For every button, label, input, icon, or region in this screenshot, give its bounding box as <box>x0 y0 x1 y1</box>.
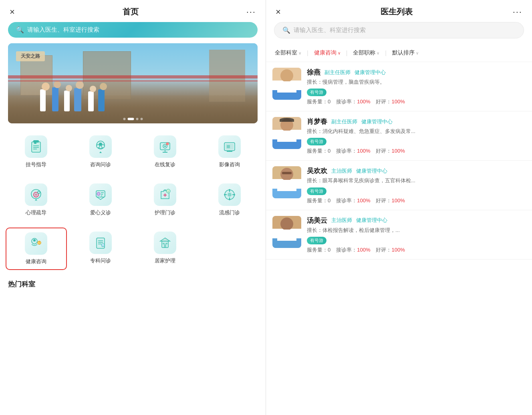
rate-val-tang: 100% <box>357 247 370 253</box>
left-more-button[interactable]: ··· <box>246 7 256 17</box>
badge-xiao: 有号游 <box>307 138 326 145</box>
banner-sign: 天安之路 <box>16 51 45 61</box>
left-close-button[interactable]: × <box>10 7 15 17</box>
stat-service-tang: 服务量：0 <box>307 246 330 254</box>
icon-label-flu: 流感门诊 <box>219 209 240 216</box>
filter-health-consult[interactable]: 健康咨询 ∨ <box>312 48 343 58</box>
svg-rect-5 <box>34 143 36 144</box>
doctor-info-xiao: 肖梦春 副主任医师 健康管理中心 擅长：消化内科疑难、危急重症、多发病及常...… <box>307 117 526 155</box>
svg-rect-58 <box>165 243 167 244</box>
icon-label-psychology: 心理疏导 <box>26 209 46 216</box>
filter-default-sort-chevron: ∨ <box>416 51 419 55</box>
doctor-badge-xu-yan: 有号游 <box>307 88 526 98</box>
doctor-header-xu-yan: 徐燕 副主任医师 健康管理中心 <box>307 68 526 77</box>
icon-grid-row2: 心理疏导 爱心义诊 <box>0 178 266 222</box>
doctor-item-xu-yan[interactable]: 徐燕 副主任医师 健康管理中心 擅长：慢病管理，脑血管疾病等。 有号游 服务量：… <box>266 62 532 111</box>
filter-all-title-label: 全部职称 <box>353 49 375 56</box>
icon-health-consult[interactable]: 健康咨询 <box>6 228 67 270</box>
nursing-icon: + <box>154 183 176 206</box>
doctor-item-tang-mei-yun[interactable]: 汤美云 主治医师 健康管理中心 擅长：体检报告解读，检后健康管理，... 有号游… <box>266 210 532 260</box>
svg-point-39 <box>229 189 230 191</box>
right-more-button[interactable]: ··· <box>513 7 522 17</box>
praise-val-wu: 100% <box>391 197 405 203</box>
banner-dot-1 <box>123 118 125 120</box>
icon-imaging[interactable]: 影像咨询 <box>197 130 262 174</box>
praise-val-tang: 100% <box>391 247 405 253</box>
filter-default-sort[interactable]: 默认排序 ∨ <box>390 48 421 58</box>
doctor-name-wu: 吴欢欢 <box>307 166 327 175</box>
svg-point-44 <box>33 239 36 242</box>
left-search-placeholder: 请输入医生、科室进行搜索 <box>27 26 99 34</box>
doctor-dept-tang: 健康管理中心 <box>356 217 387 224</box>
badge-wu: 有号游 <box>307 187 326 195</box>
badge-tang: 有号游 <box>307 237 326 244</box>
doctor-stats-xu-yan: 服务量：0 接诊率：100% 好评：100% <box>307 98 526 105</box>
praise-val-xu-yan: 100% <box>391 99 405 105</box>
filter-all-dept-label: 全部科室 <box>275 49 297 56</box>
doctor-info-tang: 汤美云 主治医师 健康管理中心 擅长：体检报告解读，检后健康管理，... 有号游… <box>307 216 526 254</box>
svg-point-25 <box>97 192 100 195</box>
stat-praise-xiao: 好评：100% <box>376 147 405 155</box>
svg-marker-55 <box>160 238 170 241</box>
stat-praise-wu: 好评：100% <box>376 197 405 204</box>
left-search-bar[interactable]: 🔍 请输入医生、科室进行搜索 <box>8 22 258 38</box>
badge-xu-yan: 有号游 <box>307 89 326 96</box>
svg-point-41 <box>224 194 226 195</box>
health-consult-icon <box>25 232 47 255</box>
filter-row: 全部科室 ∨ | 健康咨询 ∨ | 全部职称 ∨ | 默认排序 ∨ <box>266 44 532 62</box>
svg-point-9 <box>101 145 105 148</box>
icon-psychology[interactable]: 心理疏导 <box>4 178 69 222</box>
doctor-title-xu-yan: 副主任医师 <box>324 69 351 76</box>
right-search-bar[interactable]: 🔍 请输入医生、科室进行搜索 <box>274 22 524 38</box>
icon-label-revisit: 在线复诊 <box>155 161 175 168</box>
filter-all-title[interactable]: 全部职称 ∨ <box>351 48 382 58</box>
registration-guide-icon <box>25 135 47 158</box>
filter-all-dept[interactable]: 全部科室 ∨ <box>272 48 304 58</box>
svg-rect-19 <box>227 145 230 148</box>
right-close-button[interactable]: × <box>276 7 281 17</box>
rate-val-xu-yan: 100% <box>357 99 370 105</box>
flu-icon <box>218 183 241 206</box>
doctor-badge-wu: 有号游 <box>307 187 526 197</box>
banner-dot-3 <box>136 118 138 120</box>
icon-label-nursing: 护理门诊 <box>155 209 175 216</box>
doctor-dept-xu-yan: 健康管理中心 <box>355 69 386 76</box>
icon-flu[interactable]: 流感门诊 <box>197 178 262 222</box>
stat-rate-xiao: 接诊率：100% <box>336 147 370 155</box>
svg-rect-1 <box>33 140 39 143</box>
doctor-avatar-wu <box>272 166 301 198</box>
icon-grid-row1: 挂号指导 咨询问诊 <box>0 130 266 174</box>
filter-all-dept-chevron: ∨ <box>298 51 301 55</box>
icon-nursing[interactable]: + 护理门诊 <box>133 178 197 222</box>
icon-label-consultation: 咨询问诊 <box>90 161 111 168</box>
doctor-list: 徐燕 副主任医师 健康管理中心 擅长：慢病管理，脑血管疾病等。 有号游 服务量：… <box>266 62 532 415</box>
doctor-avatar-tang <box>272 216 301 248</box>
icon-online-revisit[interactable]: ! 在线复诊 <box>133 130 197 174</box>
filter-health-consult-chevron: ∨ <box>338 51 341 55</box>
icon-charity[interactable]: 爱心义诊 <box>69 178 133 222</box>
left-page-title: 首页 <box>123 6 139 17</box>
icon-consultation[interactable]: 咨询问诊 <box>69 130 133 174</box>
doctor-info-xu-yan: 徐燕 副主任医师 健康管理中心 擅长：慢病管理，脑血管疾病等。 有号游 服务量：… <box>307 68 526 105</box>
doctor-item-wu-huan-huan[interactable]: 吴欢欢 主治医师 健康管理中心 擅长：眼耳鼻喉科常见疾病诊查，五官科体检... … <box>266 161 532 210</box>
doctor-title-tang: 主治医师 <box>331 217 352 224</box>
banner-dots <box>123 118 143 120</box>
doctor-title-wu: 主治医师 <box>331 167 352 175</box>
stat-praise-tang: 好评：100% <box>376 246 405 254</box>
rate-val-xiao: 100% <box>357 148 370 154</box>
icon-registration-guide[interactable]: 挂号指导 <box>4 130 69 174</box>
doctor-title-xiao: 副主任医师 <box>331 118 357 125</box>
doctor-header-tang: 汤美云 主治医师 健康管理中心 <box>307 216 526 225</box>
icon-grid-row3: 健康咨询 ≡ 专科问诊 <box>0 226 266 272</box>
icon-specialist[interactable]: ≡ 专科问诊 <box>69 226 133 272</box>
doctor-avatar-xiao <box>272 117 301 149</box>
doctor-header-wu: 吴欢欢 主治医师 健康管理中心 <box>307 166 526 175</box>
icon-home-care[interactable]: 居家护理 <box>133 226 197 272</box>
doctor-item-xiao-meng-chun[interactable]: 肖梦春 副主任医师 健康管理中心 擅长：消化内科疑难、危急重症、多发病及常...… <box>266 111 532 161</box>
rate-val-wu: 100% <box>357 197 370 203</box>
icon-label-specialist: 专科问诊 <box>90 257 111 264</box>
icon-label-charity: 爱心义诊 <box>90 209 111 216</box>
home-care-icon <box>154 232 176 254</box>
svg-point-34 <box>228 193 232 197</box>
stat-service-xiao: 服务量：0 <box>307 147 330 155</box>
